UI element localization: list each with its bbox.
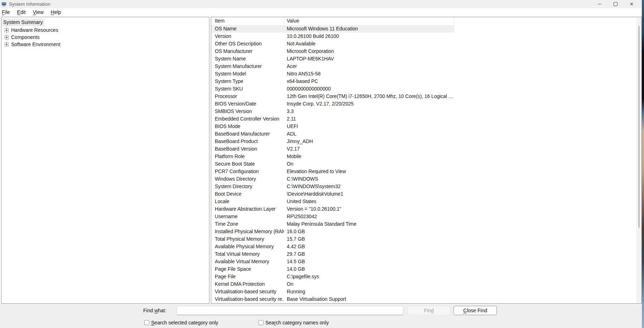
item-cell: BaseBoard Manufacturer bbox=[211, 130, 284, 138]
table-row[interactable]: Available Virtual Memory14.5 GB bbox=[211, 258, 454, 265]
value-cell: Microsoft Windows 11 Education bbox=[284, 25, 454, 33]
table-row[interactable]: BaseBoard ManufacturerADL bbox=[211, 130, 454, 138]
table-row[interactable]: BIOS Version/DateInsyde Corp. V2.17, 2/2… bbox=[211, 100, 454, 108]
table-row[interactable]: Other OS DescriptionNot Available bbox=[211, 40, 454, 48]
item-cell: Version bbox=[211, 33, 284, 40]
expand-plus-icon[interactable] bbox=[5, 43, 9, 46]
value-cell: 14.0 GB bbox=[284, 265, 454, 273]
menu-accel: E bbox=[17, 9, 20, 15]
search-selected-category-label[interactable]: Search selected category only bbox=[151, 320, 218, 325]
info-table-body: OS NameMicrosoft Windows 11 EducationVer… bbox=[211, 25, 454, 303]
table-row[interactable]: System ModelNitro AN515-58 bbox=[211, 70, 454, 78]
search-selected-category-checkbox[interactable] bbox=[144, 320, 149, 325]
find-what-label: Find what: bbox=[143, 308, 166, 313]
table-row[interactable]: Secure Boot StateOn bbox=[211, 160, 454, 168]
table-row[interactable]: Platform RoleMobile bbox=[211, 153, 454, 160]
menu-label: iew bbox=[36, 9, 44, 15]
value-cell: ADL bbox=[284, 130, 454, 138]
maximize-icon bbox=[614, 2, 618, 6]
item-cell: System Type bbox=[211, 78, 284, 85]
table-row[interactable]: Time ZoneMalay Peninsula Standard Time bbox=[211, 220, 454, 228]
close-button[interactable]: ✕ bbox=[624, 0, 640, 8]
item-cell: Virtualisation-based security bbox=[211, 288, 284, 295]
table-row[interactable]: Processor12th Gen Intel(R) Core(TM) i7-1… bbox=[211, 93, 454, 100]
table-row[interactable]: PCR7 ConfigurationElevation Required to … bbox=[211, 168, 454, 175]
table-header: Item Value bbox=[211, 17, 454, 25]
vertical-scrollbar[interactable] bbox=[636, 17, 641, 303]
table-row[interactable]: Installed Physical Memory (RAM)16.0 GB bbox=[211, 228, 454, 235]
item-cell: Other OS Description bbox=[211, 40, 284, 48]
value-cell: Not Available bbox=[284, 40, 454, 48]
search-category-names-checkbox[interactable] bbox=[258, 320, 263, 325]
table-row[interactable]: UsernameRP\25023042 bbox=[211, 213, 454, 220]
menu-help[interactable]: Help bbox=[47, 9, 65, 16]
checkbox-label-text: ch category names only bbox=[276, 320, 329, 325]
item-cell: PCR7 Configuration bbox=[211, 168, 284, 175]
table-row[interactable]: Page File Space14.0 GB bbox=[211, 265, 454, 273]
table-row[interactable]: System SKU0000000000000000 bbox=[211, 85, 454, 93]
search-selected-category-option: Search selected category only bbox=[144, 320, 218, 325]
close-find-button-accel: C bbox=[463, 308, 467, 313]
tree-item-hardware-resources[interactable]: Hardware Resources bbox=[1, 26, 209, 34]
expand-plus-icon[interactable] bbox=[5, 35, 9, 39]
item-cell: Total Virtual Memory bbox=[211, 250, 284, 258]
table-row[interactable]: System NameLAPTOP-ME6K1HAV bbox=[211, 55, 454, 63]
find-button-accel: d bbox=[431, 308, 434, 313]
minimize-icon bbox=[598, 4, 601, 4]
item-cell: System Name bbox=[211, 55, 284, 63]
menu-accel: F bbox=[2, 9, 5, 15]
table-row[interactable]: BaseBoard VersionV2.17 bbox=[211, 145, 454, 153]
table-row[interactable]: Embedded Controller Version2.11 bbox=[211, 115, 454, 123]
table-row[interactable]: System ManufacturerAcer bbox=[211, 63, 454, 70]
table-row[interactable]: SMBIOS Version3.3 bbox=[211, 108, 454, 115]
menu-view[interactable]: View bbox=[29, 9, 47, 16]
tree-item-system-summary[interactable]: System Summary bbox=[2, 19, 44, 26]
column-header-value[interactable]: Value bbox=[284, 17, 454, 25]
table-row[interactable]: Boot Device\Device\HarddiskVolume1 bbox=[211, 190, 454, 198]
table-row[interactable]: BaseBoard ProductJimny_ADH bbox=[211, 138, 454, 145]
table-row[interactable]: Virtualisation-based securityRunning bbox=[211, 288, 454, 295]
scrollbar-thumb[interactable] bbox=[639, 26, 639, 228]
find-button[interactable]: Find bbox=[407, 306, 450, 315]
table-row[interactable]: Kernel DMA ProtectionOn bbox=[211, 280, 454, 288]
window-title: System Information bbox=[9, 1, 50, 7]
column-header-item[interactable]: Item bbox=[211, 17, 284, 25]
find-input[interactable] bbox=[176, 306, 403, 315]
value-cell: United States bbox=[284, 198, 454, 205]
item-cell: Available Physical Memory bbox=[211, 243, 284, 250]
table-row[interactable]: Windows DirectoryC:\WINDOWS bbox=[211, 175, 454, 183]
title-bar: System Information ✕ bbox=[0, 0, 642, 8]
table-row[interactable]: Page FileC:\pagefile.sys bbox=[211, 273, 454, 280]
menu-bar: File Edit View Help bbox=[0, 8, 642, 16]
table-row[interactable]: Total Virtual Memory29.7 GB bbox=[211, 250, 454, 258]
table-row[interactable]: OS ManufacturerMicrosoft Corporation bbox=[211, 48, 454, 55]
tree-item-components[interactable]: Components bbox=[1, 34, 209, 41]
menu-edit[interactable]: Edit bbox=[14, 9, 29, 16]
table-row[interactable]: Version10.0.26100 Build 26100 bbox=[211, 33, 454, 40]
value-cell: Elevation Required to View bbox=[284, 168, 454, 175]
value-cell: Version = "10.0.26100.1" bbox=[284, 205, 454, 213]
table-row[interactable]: Hardware Abstraction LayerVersion = "10.… bbox=[211, 205, 454, 213]
value-cell: Acer bbox=[284, 63, 454, 70]
minimize-button[interactable] bbox=[591, 0, 607, 8]
value-cell: Running bbox=[284, 288, 454, 295]
table-row[interactable]: System DirectoryC:\WINDOWS\system32 bbox=[211, 183, 454, 190]
expand-plus-icon[interactable] bbox=[5, 28, 9, 32]
close-find-button[interactable]: Close Find bbox=[454, 306, 497, 315]
search-category-names-label[interactable]: Search category names only bbox=[265, 320, 329, 325]
table-row[interactable]: OS NameMicrosoft Windows 11 Education bbox=[211, 25, 454, 33]
table-row[interactable]: LocaleUnited States bbox=[211, 198, 454, 205]
table-row[interactable]: Available Physical Memory4.42 GB bbox=[211, 243, 454, 250]
table-row[interactable]: Total Physical Memory15.7 GB bbox=[211, 235, 454, 243]
value-cell: V2.17 bbox=[284, 145, 454, 153]
value-cell: C:\WINDOWS bbox=[284, 175, 454, 183]
table-row[interactable]: Virtualisation-based security re...Base … bbox=[211, 295, 454, 303]
item-cell: Platform Role bbox=[211, 153, 284, 160]
maximize-button[interactable] bbox=[607, 0, 624, 8]
value-cell: 2.11 bbox=[284, 115, 454, 123]
menu-file[interactable]: File bbox=[0, 9, 14, 16]
table-row[interactable]: BIOS ModeUEFI bbox=[211, 123, 454, 130]
table-row[interactable]: System Typex64-based PC bbox=[211, 78, 454, 85]
tree-item-software-environment[interactable]: Software Environment bbox=[1, 41, 209, 48]
item-cell: Kernel DMA Protection bbox=[211, 280, 284, 288]
